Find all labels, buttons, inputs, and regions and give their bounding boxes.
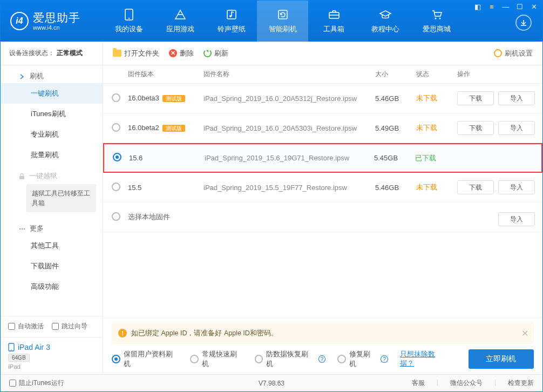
skip-guide-checkbox[interactable]: 跳过向导 <box>52 322 87 331</box>
beta-tag: 测试版 <box>162 95 185 102</box>
sidebar-item-onekey[interactable]: 一键刷机 <box>1 83 103 104</box>
device-name: iPad Air 3 <box>8 343 95 352</box>
cell-version: 15.6 <box>129 154 205 162</box>
skin-icon[interactable]: ◧ <box>473 3 482 11</box>
maximize-icon[interactable]: ☐ <box>515 3 524 11</box>
menu-icon[interactable]: ≡ <box>487 3 496 11</box>
cart-icon <box>431 8 443 21</box>
auto-activate-checkbox[interactable]: 自动激活 <box>8 322 44 331</box>
col-name: 固件名称 <box>203 70 375 79</box>
cell-status: 未下载 <box>413 93 451 103</box>
cell-name: iPad_Spring_2019_16.0_20A5312j_Restore.i… <box>203 94 375 103</box>
col-size: 大小 <box>375 70 413 79</box>
firmware-settings-button[interactable]: 刷机设置 <box>494 49 533 58</box>
device-storage: 64GB <box>8 354 30 362</box>
window-controls: ◧ ≡ — ☐ ✕ <box>473 3 538 11</box>
footer-update[interactable]: 检查更新 <box>508 379 534 388</box>
cell-local-label: 选择本地固件 <box>128 212 451 222</box>
block-itunes-checkbox[interactable]: 阻止iTunes运行 <box>9 379 64 388</box>
row-radio[interactable] <box>112 93 120 102</box>
sidebar-item-other[interactable]: 其他工具 <box>1 235 103 256</box>
table-row[interactable]: 16.0beta3测试版 iPad_Spring_2019_16.0_20A53… <box>103 84 542 113</box>
nav-my-device[interactable]: 我的设备 <box>103 1 154 42</box>
import-button[interactable]: 导入 <box>498 91 535 105</box>
appleid-alert: ! 如已绑定 Apple ID，请准备好 Apple ID和密码。 ✕ <box>112 322 534 344</box>
row-radio[interactable] <box>112 123 120 132</box>
cell-size: 5.46GB <box>375 184 413 192</box>
refresh-square-icon <box>277 8 288 21</box>
app-version: V7.98.63 <box>259 380 284 387</box>
row-radio[interactable] <box>113 153 121 161</box>
sidebar-group-more[interactable]: 更多 <box>1 218 103 235</box>
sidebar: 刷机 一键刷机 iTunes刷机 专业刷机 批量刷机 一键越狱 越狱工具已转移至… <box>1 65 103 374</box>
opt-normal[interactable]: 常规快速刷机 <box>190 349 243 369</box>
import-button[interactable]: 导入 <box>498 212 535 226</box>
cell-name: iPad_Spring_2019_16.0_20A5303i_Restore.i… <box>203 124 375 132</box>
footer-wechat[interactable]: 微信公众号 <box>450 379 483 388</box>
nav-ringtones[interactable]: 铃声壁纸 <box>206 1 257 42</box>
logo-area: i4 爱思助手 www.i4.cn <box>1 11 103 30</box>
help-icon[interactable]: ? <box>318 355 326 363</box>
refresh-button[interactable]: 刷新 <box>203 49 228 58</box>
sidebar-options: 自动激活 跳过向导 <box>1 316 103 337</box>
sidebar-item-download[interactable]: 下载固件 <box>1 256 103 276</box>
flash-now-button[interactable]: 立即刷机 <box>469 349 534 369</box>
cell-status: 已下载 <box>412 153 450 163</box>
nav-flash[interactable]: 智能刷机 <box>257 1 308 42</box>
alert-close-icon[interactable]: ✕ <box>521 328 528 339</box>
delete-button[interactable]: ✕删除 <box>169 49 194 58</box>
tablet-icon <box>8 343 15 352</box>
sidebar-group-flash[interactable]: 刷机 <box>1 65 103 83</box>
import-button[interactable]: 导入 <box>498 121 535 135</box>
row-radio[interactable] <box>112 183 120 191</box>
cell-status: 未下载 <box>413 183 451 192</box>
opt-repair[interactable]: 修复刷机? <box>337 349 388 369</box>
import-button[interactable]: 导入 <box>498 180 535 194</box>
minimize-icon[interactable]: — <box>501 3 510 11</box>
cell-name: iPad_Spring_2019_15.5_19F77_Restore.ipsw <box>203 184 375 192</box>
svg-point-1 <box>128 18 129 19</box>
connection-status: 设备连接状态：正常模式 <box>1 42 103 65</box>
open-folder-button[interactable]: 打开文件夹 <box>113 49 159 58</box>
nav-apps[interactable]: 应用游戏 <box>154 1 206 42</box>
nav-tutorials[interactable]: 教程中心 <box>359 1 411 42</box>
cell-ops: 下载导入 <box>451 180 542 194</box>
app-header: i4 爱思助手 www.i4.cn 我的设备 应用游戏 铃声壁纸 智能刷机 工具… <box>1 1 542 42</box>
nav-toolbox[interactable]: 工具箱 <box>308 1 359 42</box>
opt-keep-data[interactable]: 保留用户资料刷机 <box>112 349 178 369</box>
apps-icon <box>174 8 186 21</box>
svg-point-6 <box>435 18 436 19</box>
close-icon[interactable]: ✕ <box>530 3 538 11</box>
footer-support[interactable]: 客服 <box>412 379 425 388</box>
top-nav: 我的设备 应用游戏 铃声壁纸 智能刷机 工具箱 教程中心 爱思商城 <box>103 1 462 42</box>
logo-icon: i4 <box>10 12 29 30</box>
table-row[interactable]: 15.5 iPad_Spring_2019_15.5_19F77_Restore… <box>103 173 542 202</box>
help-icon[interactable]: ? <box>381 355 388 363</box>
device-card[interactable]: iPad Air 3 64GB iPad <box>1 337 103 374</box>
erase-data-link[interactable]: 只想抹除数据？ <box>400 350 448 368</box>
svg-point-9 <box>19 228 21 229</box>
opt-recover[interactable]: 防数据恢复刷机? <box>255 349 326 369</box>
sidebar-item-pro[interactable]: 专业刷机 <box>1 124 103 145</box>
cell-ops: 导入 <box>451 208 542 227</box>
refresh-icon <box>203 49 212 57</box>
nav-store[interactable]: 爱思商城 <box>411 1 462 42</box>
row-radio[interactable] <box>112 212 120 221</box>
sidebar-item-advanced[interactable]: 高级功能 <box>1 276 103 297</box>
app-title: 爱思助手 <box>33 11 80 24</box>
download-button[interactable]: 下载 <box>457 91 494 105</box>
cell-ops: 下载导入 <box>451 121 542 135</box>
download-button[interactable]: 下载 <box>457 121 494 135</box>
col-ops: 操作 <box>451 70 542 79</box>
cell-size: 5.45GB <box>374 154 412 162</box>
toolbox-icon <box>328 8 340 21</box>
music-icon <box>226 8 237 21</box>
download-manager-icon[interactable] <box>515 15 532 31</box>
sidebar-item-batch[interactable]: 批量刷机 <box>1 145 103 165</box>
sidebar-item-itunes[interactable]: iTunes刷机 <box>1 104 103 124</box>
table-body: 16.0beta3测试版 iPad_Spring_2019_16.0_20A53… <box>103 84 542 317</box>
table-row[interactable]: 16.0beta2测试版 iPad_Spring_2019_16.0_20A53… <box>103 113 542 143</box>
table-row-local[interactable]: 选择本地固件 导入 <box>103 202 542 232</box>
table-row[interactable]: 15.6 iPad_Spring_2019_15.6_19G71_Restore… <box>103 143 542 173</box>
download-button[interactable]: 下载 <box>457 180 494 194</box>
